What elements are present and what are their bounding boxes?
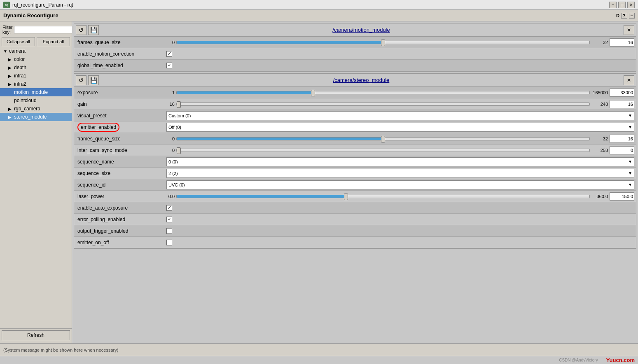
param-label-enable-auto-exposure: enable_auto_exposure (76, 205, 166, 211)
slider-min-sm-fqs: 0 (166, 136, 175, 141)
param-row-inter-cam-sync: inter_cam_sync_mode 0 258 (74, 145, 636, 156)
motion-module-close-btn[interactable]: ✕ (624, 25, 634, 35)
slider-thumb-sm-fqs[interactable] (381, 136, 385, 142)
dropdown-value-visual-preset: Custom (0) (168, 113, 191, 118)
dropdown-emitter-enabled[interactable]: Off (0) ▼ (166, 123, 634, 132)
checkbox-enable-auto-exposure[interactable] (166, 205, 172, 211)
app-help-btn[interactable]: ? (621, 13, 627, 19)
refresh-button[interactable]: Refresh (2, 330, 70, 340)
tree-item-motion-module[interactable]: motion_module (0, 88, 72, 96)
stereo-module-refresh-btn[interactable]: ↺ (76, 75, 86, 85)
close-button[interactable]: ✕ (627, 2, 635, 8)
main-container: Filter key: Collapse all Expand all ▼ ca… (0, 21, 638, 343)
param-control-emitter-on-off (166, 240, 634, 245)
param-row-error-polling-enabled: error_polling_enabled (74, 214, 636, 225)
content-area: ↺ 💾 /camera/motion_module ✕ frames_queue… (72, 21, 638, 343)
checkbox-global-time-enabled[interactable] (166, 63, 172, 68)
maximize-button[interactable]: □ (618, 2, 626, 8)
tree-item-infra1[interactable]: ▶ infra1 (0, 72, 72, 80)
tree-item-color[interactable]: ▶ color (0, 55, 72, 63)
param-control-exposure: 1 165000 (166, 89, 634, 97)
value-input-gain[interactable] (610, 100, 634, 108)
tree-item-infra2[interactable]: ▶ infra2 (0, 80, 72, 88)
param-label-inter-cam-sync: inter_cam_sync_mode (76, 147, 166, 153)
checkbox-enable-motion-correction[interactable] (166, 51, 172, 57)
expand-all-button[interactable]: Expand all (37, 37, 70, 46)
dropdown-arrow-sequence-size: ▼ (628, 171, 632, 175)
dropdown-value-sequence-size: 2 (2) (168, 171, 178, 176)
param-row-laser-power: laser_power 0.0 360.0 (74, 191, 636, 202)
tree-label-color: color (14, 56, 25, 62)
stereo-module-save-btn[interactable]: 💾 (88, 75, 99, 85)
app-d-label: D (616, 13, 619, 18)
slider-track-exposure[interactable] (176, 91, 590, 94)
tree-item-rgb-camera[interactable]: ▶ rgb_camera (0, 105, 72, 113)
tree-item-pointcloud[interactable]: pointcloud (0, 96, 72, 105)
param-control-error-polling-enabled (166, 217, 634, 222)
param-label-error-polling-enabled: error_polling_enabled (76, 217, 166, 222)
slider-max-gain: 248 (591, 102, 608, 107)
param-label-sequence-size: sequence_size (76, 170, 166, 176)
motion-module-save-btn[interactable]: 💾 (88, 25, 99, 35)
motion-module-refresh-btn[interactable]: ↺ (76, 25, 86, 35)
tree-container: ▼ camera ▶ color ▶ depth ▶ infra1 ▶ infr… (0, 47, 72, 328)
tree-item-depth[interactable]: ▶ depth (0, 63, 72, 72)
param-control-inter-cam-sync: 0 258 (166, 146, 634, 154)
sidebar: Filter key: Collapse all Expand all ▼ ca… (0, 21, 72, 343)
checkbox-emitter-on-off[interactable] (166, 240, 172, 245)
dropdown-value-sequence-id: UVC (0) (168, 182, 185, 187)
app-bar-right: D ? − (616, 13, 635, 19)
dropdown-sequence-name[interactable]: 0 (0) ▼ (166, 157, 634, 166)
slider-track-lp[interactable] (176, 195, 590, 198)
param-control-output-trigger-enabled (166, 228, 634, 234)
tree-item-stereo-module[interactable]: ▶ stereo_module (0, 113, 72, 121)
slider-thumb-ics[interactable] (177, 147, 181, 154)
value-input-lp[interactable] (610, 192, 634, 201)
filter-input[interactable] (14, 26, 73, 33)
slider-track-mm-fqs[interactable] (176, 41, 590, 44)
param-row-visual-preset: visual_preset Custom (0) ▼ (74, 110, 636, 121)
slider-thumb-exposure[interactable] (311, 90, 315, 96)
tree-label-depth: depth (14, 65, 26, 70)
param-row-global-time-enabled: global_time_enabled (74, 60, 636, 71)
slider-track-gain[interactable] (176, 103, 590, 106)
tree-label-stereo-module: stereo_module (14, 114, 47, 120)
tree-label-pointcloud: pointcloud (14, 98, 37, 103)
slider-min-exposure: 1 (166, 90, 175, 95)
app-icon: rq (3, 2, 10, 8)
slider-track-ics[interactable] (176, 149, 590, 152)
slider-track-sm-fqs[interactable] (176, 137, 590, 140)
bottom-bar: CSDN @AndyVictory Yuucn.com (0, 356, 638, 364)
value-input-mm-fqs[interactable] (610, 38, 634, 47)
checkbox-error-polling-enabled[interactable] (166, 217, 172, 222)
minimize-button[interactable]: − (609, 2, 617, 8)
dropdown-sequence-id[interactable]: UVC (0) ▼ (166, 180, 634, 189)
arrow-depth: ▶ (8, 65, 13, 70)
motion-module-header: ↺ 💾 /camera/motion_module ✕ (74, 23, 636, 37)
param-label-sequence-id: sequence_id (76, 182, 166, 188)
value-input-exposure[interactable] (610, 89, 634, 97)
slider-thumb-mm-fqs[interactable] (381, 40, 385, 46)
slider-thumb-gain[interactable] (177, 101, 181, 108)
checkbox-output-trigger-enabled[interactable] (166, 228, 172, 234)
param-row-enable-auto-exposure: enable_auto_exposure (74, 202, 636, 214)
arrow-rgb-camera: ▶ (8, 107, 13, 111)
value-input-sm-fqs[interactable] (610, 135, 634, 143)
app-minimize-icon[interactable]: − (629, 13, 635, 19)
arrow-color: ▶ (8, 57, 13, 62)
tree-item-camera[interactable]: ▼ camera (0, 47, 72, 55)
slider-thumb-lp[interactable] (344, 194, 348, 200)
param-label-frames-queue-size-sm: frames_queue_size (76, 136, 166, 142)
collapse-all-button[interactable]: Collapse all (2, 37, 35, 46)
watermark: Yuucn.com (606, 357, 635, 363)
dropdown-arrow-visual-preset: ▼ (628, 113, 632, 118)
value-input-ics[interactable] (610, 146, 634, 154)
dropdown-sequence-size[interactable]: 2 (2) ▼ (166, 169, 634, 178)
slider-max-ics: 258 (591, 148, 608, 153)
arrow-camera: ▼ (3, 49, 8, 54)
dropdown-visual-preset[interactable]: Custom (0) ▼ (166, 111, 634, 120)
stereo-module-close-btn[interactable]: ✕ (624, 75, 634, 85)
dropdown-arrow-emitter-enabled: ▼ (628, 125, 632, 129)
window-title: rqt_reconfigure_Param - rqt (12, 2, 73, 8)
param-control-gain: 16 248 (166, 100, 634, 108)
